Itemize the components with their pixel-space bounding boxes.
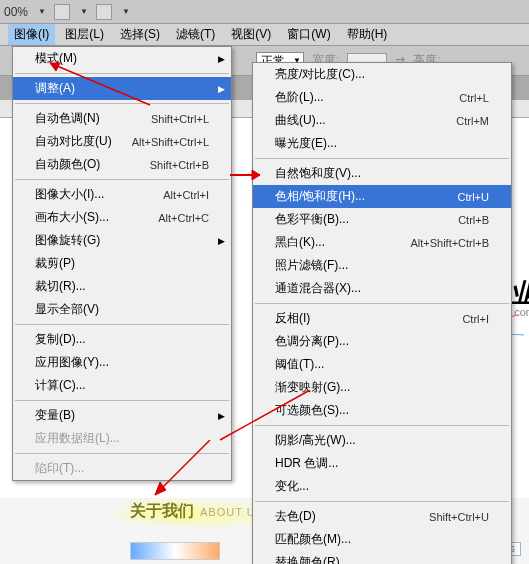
adj-levels[interactable]: 色阶(L)...Ctrl+L [253, 86, 511, 109]
adj-posterize[interactable]: 色调分离(P)... [253, 330, 511, 353]
menu-image[interactable]: 图像(I) [8, 24, 55, 45]
separator [255, 158, 509, 159]
separator [255, 501, 509, 502]
adj-match-color[interactable]: 匹配颜色(M)... [253, 528, 511, 551]
adj-invert[interactable]: 反相(I)Ctrl+I [253, 307, 511, 330]
adj-selective-color[interactable]: 可选颜色(S)... [253, 399, 511, 422]
zoom-level: 00% [4, 5, 28, 19]
adj-hdr-toning[interactable]: HDR 色调... [253, 452, 511, 475]
menu-view[interactable]: 视图(V) [225, 24, 277, 45]
adj-hue-saturation[interactable]: 色相/饱和度(H)...Ctrl+U [253, 185, 511, 208]
menu-calculations[interactable]: 计算(C)... [13, 374, 231, 397]
menu-window[interactable]: 窗口(W) [281, 24, 336, 45]
adj-desaturate[interactable]: 去色(D)Shift+Ctrl+U [253, 505, 511, 528]
menu-mode[interactable]: 模式(M)▶ [13, 47, 231, 70]
menu-canvas-size[interactable]: 画布大小(S)...Alt+Ctrl+C [13, 206, 231, 229]
adj-exposure[interactable]: 曝光度(E)... [253, 132, 511, 155]
menu-image-size[interactable]: 图像大小(I)...Alt+Ctrl+I [13, 183, 231, 206]
separator [15, 179, 229, 180]
dropdown-arrow-icon[interactable]: ▼ [122, 7, 130, 16]
adj-shadows-highlights[interactable]: 阴影/高光(W)... [253, 429, 511, 452]
menu-reveal-all[interactable]: 显示全部(V) [13, 298, 231, 321]
submenu-arrow-icon: ▶ [218, 54, 225, 64]
menu-layer[interactable]: 图层(L) [59, 24, 110, 45]
menu-select[interactable]: 选择(S) [114, 24, 166, 45]
menu-auto-contrast[interactable]: 自动对比度(U)Alt+Shift+Ctrl+L [13, 130, 231, 153]
adj-replace-color[interactable]: 替换颜色(R)... [253, 551, 511, 564]
separator [15, 73, 229, 74]
adj-brightness-contrast[interactable]: 亮度/对比度(C)... [253, 63, 511, 86]
menu-trap: 陷印(T)... [13, 457, 231, 480]
menu-apply-data-set: 应用数据组(L)... [13, 427, 231, 450]
adj-vibrance[interactable]: 自然饱和度(V)... [253, 162, 511, 185]
separator [15, 103, 229, 104]
adj-black-white[interactable]: 黑白(K)...Alt+Shift+Ctrl+B [253, 231, 511, 254]
about-us-section: 关于我们 ABOUT US [130, 501, 264, 522]
menu-adjustments[interactable]: 调整(A)▶ [13, 77, 231, 100]
top-toolbar: 00% ▼ ▼ ▼ [0, 0, 529, 24]
menu-variables[interactable]: 变量(B)▶ [13, 404, 231, 427]
menu-apply-image[interactable]: 应用图像(Y)... [13, 351, 231, 374]
hand-tool-icon[interactable] [54, 4, 70, 20]
menu-bar: 图像(I) 图层(L) 选择(S) 滤镜(T) 视图(V) 窗口(W) 帮助(H… [0, 24, 529, 46]
adj-curves[interactable]: 曲线(U)...Ctrl+M [253, 109, 511, 132]
separator [15, 400, 229, 401]
menu-help[interactable]: 帮助(H) [341, 24, 394, 45]
dropdown-arrow-icon[interactable]: ▼ [38, 7, 46, 16]
adj-threshold[interactable]: 阈值(T)... [253, 353, 511, 376]
submenu-arrow-icon: ▶ [218, 236, 225, 246]
menu-auto-tone[interactable]: 自动色调(N)Shift+Ctrl+L [13, 107, 231, 130]
menu-trim[interactable]: 裁切(R)... [13, 275, 231, 298]
thumbnail-image [130, 542, 220, 560]
submenu-arrow-icon: ▶ [218, 411, 225, 421]
adj-color-balance[interactable]: 色彩平衡(B)...Ctrl+B [253, 208, 511, 231]
menu-filter[interactable]: 滤镜(T) [170, 24, 221, 45]
separator [15, 324, 229, 325]
screen-mode-icon[interactable] [96, 4, 112, 20]
separator [255, 425, 509, 426]
about-us-cn: 关于我们 [130, 501, 194, 522]
dropdown-arrow-icon[interactable]: ▼ [80, 7, 88, 16]
adj-photo-filter[interactable]: 照片滤镜(F)... [253, 254, 511, 277]
separator [15, 453, 229, 454]
menu-duplicate[interactable]: 复制(D)... [13, 328, 231, 351]
image-menu-panel: 模式(M)▶ 调整(A)▶ 自动色调(N)Shift+Ctrl+L 自动对比度(… [12, 46, 232, 481]
adj-gradient-map[interactable]: 渐变映射(G)... [253, 376, 511, 399]
adj-channel-mixer[interactable]: 通道混合器(X)... [253, 277, 511, 300]
adj-variations[interactable]: 变化... [253, 475, 511, 498]
submenu-arrow-icon: ▶ [218, 84, 225, 94]
adjustments-submenu: 亮度/对比度(C)... 色阶(L)...Ctrl+L 曲线(U)...Ctrl… [252, 62, 512, 564]
menu-crop[interactable]: 裁剪(P) [13, 252, 231, 275]
menu-image-rotation[interactable]: 图像旋转(G)▶ [13, 229, 231, 252]
menu-auto-color[interactable]: 自动颜色(O)Shift+Ctrl+B [13, 153, 231, 176]
separator [255, 303, 509, 304]
